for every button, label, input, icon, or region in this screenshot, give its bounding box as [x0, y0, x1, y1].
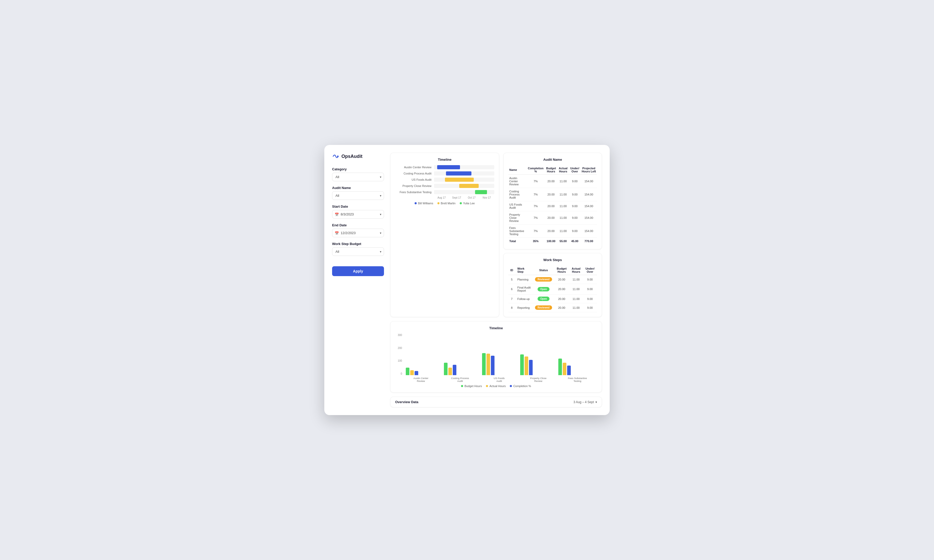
gantt-row: Fees Substantive Testing	[395, 190, 494, 194]
bar-actual	[449, 368, 452, 375]
ws-col-step: Work Step	[515, 266, 533, 275]
bar-actual	[410, 370, 414, 375]
col-name: Name	[508, 165, 527, 175]
bar-group	[482, 353, 516, 375]
ws-under-over-cell: 9.00	[583, 275, 597, 284]
bar-chart-title: Timeline	[395, 326, 597, 330]
legend-dot	[460, 202, 462, 204]
audit-name-cell: Fees Substantive Testing	[508, 225, 527, 238]
y-label-0: 0	[398, 372, 402, 375]
total-budget: 100.00	[544, 238, 557, 245]
overview-row: Overview Data 3 Aug – 4 Sept ▾	[390, 397, 602, 407]
timeline-card: Timeline Austin Center Review Costing Pr…	[390, 153, 499, 317]
y-label-300: 300	[398, 334, 402, 337]
audit-completion-cell: 7%	[527, 211, 545, 225]
legend-label: Completion %	[513, 385, 531, 388]
audit-projected-cell: 154.00	[581, 188, 597, 201]
gantt-row-label: Costing Process Audit	[395, 172, 432, 175]
audit-budget-cell: 20.00	[544, 201, 557, 211]
bar-group	[444, 363, 477, 375]
bar-x-label: Property Close Review	[519, 377, 558, 382]
ws-budget-cell: 20.00	[554, 303, 569, 312]
col-under-over: Under/ Over	[569, 165, 581, 175]
timeline-title: Timeline	[395, 158, 494, 162]
gantt-row: Austin Center Review	[395, 165, 494, 169]
gantt-legend: Bill Williams Brett Martin Yulia Lee	[395, 202, 494, 205]
ws-id-cell: 6	[508, 284, 515, 294]
gantt-row: US Foods Audit	[395, 178, 494, 182]
ws-id-cell: 8	[508, 303, 515, 312]
work-step-budget-filter: Work Step Budget All	[332, 242, 384, 256]
total-under-over: 45.00	[569, 238, 581, 245]
start-date-filter: Start Date 📅 ▾	[332, 205, 384, 218]
total-actual: 55.00	[557, 238, 569, 245]
category-select-wrapper[interactable]: All	[332, 173, 384, 181]
audit-name-select-wrapper[interactable]: All	[332, 191, 384, 200]
table-row: 6 Final Audit Report Open 20.00 11.00 9.…	[508, 284, 597, 294]
start-date-label: Start Date	[332, 205, 384, 208]
audit-under-over-cell: 9.00	[569, 175, 581, 188]
gantt-container: Austin Center Review Costing Process Aud…	[395, 165, 494, 194]
end-date-chevron-icon: ▾	[380, 231, 381, 235]
ws-id-cell: 7	[508, 294, 515, 303]
audit-projected-cell: 154.00	[581, 211, 597, 225]
end-date-label: End Date	[332, 223, 384, 227]
bar-x-label: Costing Process Audit	[441, 377, 480, 382]
start-date-input[interactable]	[332, 210, 384, 218]
ws-col-under-over: Under/ Over	[583, 266, 597, 275]
start-date-wrapper[interactable]: 📅 ▾	[332, 210, 384, 218]
audit-actual-cell: 11.00	[557, 188, 569, 201]
y-label-200: 200	[398, 347, 402, 349]
ws-actual-cell: 11.00	[569, 275, 583, 284]
ws-budget-cell: 20.00	[554, 294, 569, 303]
bar-budget	[520, 354, 524, 375]
gantt-bar	[445, 178, 474, 182]
legend-label: Yulia Lee	[463, 202, 475, 205]
audit-projected-cell: 154.00	[581, 175, 597, 188]
table-row: 8 Reporting Reviewed 20.00 11.00 9.00	[508, 303, 597, 312]
audit-name-select[interactable]: All	[332, 191, 384, 200]
gantt-row-label: Fees Substantive Testing	[395, 191, 432, 194]
gantt-bar	[459, 184, 478, 188]
calendar-icon: 📅	[335, 212, 339, 216]
work-step-budget-select-wrapper[interactable]: All	[332, 247, 384, 256]
work-step-budget-select[interactable]: All	[332, 247, 384, 256]
ws-under-over-cell: 9.00	[583, 294, 597, 303]
end-date-wrapper[interactable]: 📅 ▾	[332, 229, 384, 237]
ws-actual-cell: 11.00	[569, 284, 583, 294]
category-select[interactable]: All	[332, 173, 384, 181]
gantt-track	[434, 190, 494, 194]
audit-actual-cell: 11.00	[557, 211, 569, 225]
apply-button[interactable]: Apply	[332, 266, 384, 276]
ws-id-cell: 5	[508, 275, 515, 284]
overview-label: Overview Data	[395, 400, 418, 404]
category-label: Category	[332, 167, 384, 171]
audit-actual-cell: 11.00	[557, 175, 569, 188]
bar-actual	[487, 354, 490, 375]
gantt-axis-label: Nov 17	[479, 196, 494, 199]
ws-col-status: Status	[533, 266, 554, 275]
logo: OpsAudit	[332, 153, 384, 160]
bar-x-label: US Foods Audit	[480, 377, 519, 382]
total-projected: 770.00	[581, 238, 597, 245]
ws-actual-cell: 11.00	[569, 294, 583, 303]
table-row: US Foods Audit 7% 20.00 11.00 9.00 154.0…	[508, 201, 597, 211]
audit-completion-cell: 7%	[527, 188, 545, 201]
audit-name-table: Name Completion % Budget Hours Actual Ho…	[508, 165, 597, 245]
audit-projected-cell: 154.00	[581, 225, 597, 238]
legend-label: Bill Williams	[418, 202, 433, 205]
end-date-input[interactable]	[332, 229, 384, 237]
gantt-row: Property Close Review	[395, 184, 494, 188]
ws-col-budget: Budget Hours	[554, 266, 569, 275]
legend-dot	[461, 385, 463, 387]
ws-status-cell: Open	[533, 294, 554, 303]
end-date-filter: End Date 📅 ▾	[332, 223, 384, 237]
ws-step-cell: Reporting	[515, 303, 533, 312]
gantt-row-label: Property Close Review	[395, 184, 432, 188]
overview-date[interactable]: 3 Aug – 4 Sept ▾	[573, 400, 597, 404]
sidebar: OpsAudit Category All Audit Name All Sta…	[332, 153, 384, 407]
status-badge: Reviewed	[535, 305, 552, 310]
audit-name-title: Audit Name	[508, 158, 597, 162]
overview-chevron-icon: ▾	[595, 400, 597, 404]
table-row: Property Close Review 7% 20.00 11.00 9.0…	[508, 211, 597, 225]
